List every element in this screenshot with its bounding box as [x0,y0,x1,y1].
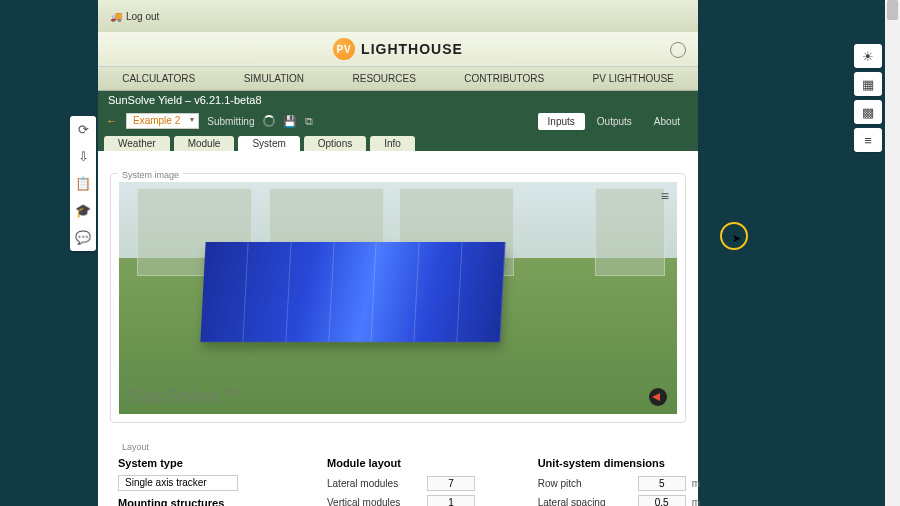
logo-bar: PV LIGHTHOUSE [98,32,698,67]
system-image-label: System image [118,170,183,180]
nav-main: CALCULATORS SIMULATION RESOURCES CONTRIB… [98,67,698,91]
brand-name: LIGHTHOUSE [361,41,463,57]
viewer-menu-icon[interactable]: ≡ [661,188,669,204]
nav-simulation[interactable]: SIMULATION [244,73,304,84]
module-layout-title: Module layout [327,457,498,469]
unit-dim-title: Unit-system dimensions [538,457,700,469]
lateral-spacing-label: Lateral spacing [538,497,638,507]
system-type-title: System type [118,457,287,469]
spinner-icon [263,115,275,127]
system-type-select[interactable]: Single axis tracker [118,475,238,491]
download-icon[interactable]: ⇩ [78,149,89,164]
layout-label: Layout [118,442,153,452]
ghost-panel [595,188,665,276]
cursor-highlight [720,222,748,250]
nav-pvlighthouse[interactable]: PV LIGHTHOUSE [593,73,674,84]
nav-contributors[interactable]: CONTRIBUTORS [464,73,544,84]
grid-tool-icon[interactable]: ▩ [854,100,882,124]
logo-icon: PV [333,38,355,60]
compass-icon[interactable] [649,388,667,406]
tab-about[interactable]: About [644,113,690,130]
left-toolbar: ⟳ ⇩ 📋 🎓 💬 [70,116,96,251]
save-button[interactable]: 💾 [283,115,297,128]
subtab-options[interactable]: Options [304,136,366,151]
refresh-icon[interactable]: ⟳ [78,122,89,137]
education-icon[interactable]: 🎓 [75,203,91,218]
subtab-weather[interactable]: Weather [104,136,170,151]
lateral-spacing-input[interactable] [638,495,686,507]
example-select[interactable]: Example 2 [126,113,199,129]
logout-link[interactable]: 🚚 Log out [110,11,159,22]
weather-tool-icon[interactable]: ☀ [854,44,882,68]
nav-calculators[interactable]: CALCULATORS [122,73,195,84]
watermark: SunSolve™ [129,385,240,408]
globe-icon[interactable] [670,42,686,58]
mounting-title: Mounting structures [118,497,287,506]
page-scrollbar[interactable] [885,0,900,506]
right-toolbar: ☀ ▦ ▩ ≡ [854,44,882,152]
nav-resources[interactable]: RESOURCES [353,73,416,84]
lateral-modules-label: Lateral modules [327,478,427,489]
back-button[interactable]: ← [106,114,118,128]
cursor-pointer: ➤ [732,232,741,245]
subtab-system[interactable]: System [238,136,299,151]
chat-icon[interactable]: 💬 [75,230,91,245]
subtab-info[interactable]: Info [370,136,415,151]
page-title: SunSolve Yield – v6.21.1-beta8 [98,91,698,109]
copy-button[interactable]: ⧉ [305,115,313,128]
row-pitch-input[interactable] [638,476,686,491]
row-pitch-label: Row pitch [538,478,638,489]
system-3d-viewer[interactable]: SunSolve™ ≡ [119,182,677,414]
vertical-modules-input[interactable] [427,495,475,507]
logout-label: Log out [126,11,159,22]
tab-inputs[interactable]: Inputs [538,113,585,130]
lateral-modules-input[interactable] [427,476,475,491]
logo[interactable]: PV LIGHTHOUSE [333,38,463,60]
unit-m: m [692,478,700,489]
db-tool-icon[interactable]: ≡ [854,128,882,152]
tab-outputs[interactable]: Outputs [587,113,642,130]
clipboard-icon[interactable]: 📋 [75,176,91,191]
vertical-modules-label: Vertical modules [327,497,427,507]
subtab-module[interactable]: Module [174,136,235,151]
module-array [200,242,505,342]
status-text: Submitting [207,116,254,127]
module-tool-icon[interactable]: ▦ [854,72,882,96]
unit-m: m [692,497,700,507]
